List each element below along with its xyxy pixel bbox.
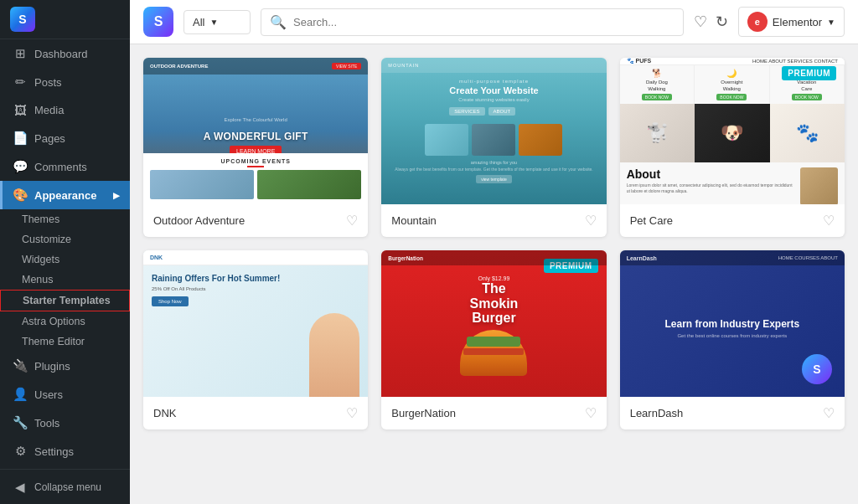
shop-button: Shop Now xyxy=(152,296,189,306)
elementor-icon: e xyxy=(747,12,768,32)
users-icon: 👤 xyxy=(13,387,28,402)
templates-grid: OUTDOOR ADVENTURE VIEW SITE Explore The … xyxy=(143,58,845,429)
elementor-button[interactable]: e Elementor ▼ xyxy=(738,7,845,37)
filter-dropdown[interactable]: All ▼ xyxy=(183,10,251,34)
favorite-button[interactable]: ♡ xyxy=(585,405,597,421)
starter-templates-logo: S xyxy=(143,7,173,37)
dnk-person-image xyxy=(309,313,359,397)
main-content: S All ▼ 🔍 ♡ ↻ e Elementor ▼ OU xyxy=(130,0,858,504)
template-thumbnail: OUTDOOR ADVENTURE VIEW SITE Explore The … xyxy=(143,58,368,204)
sidebar-item-media[interactable]: 🖼 Media xyxy=(0,96,130,124)
topbar: S All ▼ 🔍 ♡ ↻ e Elementor ▼ xyxy=(130,0,858,44)
sidebar-item-pages[interactable]: 📄 Pages xyxy=(0,124,130,152)
event-img-1 xyxy=(150,170,254,199)
dog-image-3: 🐾 xyxy=(770,104,845,162)
sidebar-item-theme-editor[interactable]: Theme Editor xyxy=(0,332,130,352)
template-card-pet-care[interactable]: PREMIUM 🐾 PUFS HOME ABOUT SERVICES CONTA… xyxy=(620,58,845,237)
service-card-1 xyxy=(425,124,468,156)
offer-title: Raining Offers For Hot Summer! xyxy=(152,274,359,284)
dog-image-2: 🐶 xyxy=(695,104,769,162)
template-name: Mountain xyxy=(391,214,436,227)
template-thumbnail: DNK Raining Offers For Hot Summer! 25% O… xyxy=(143,250,368,397)
sidebar-item-posts[interactable]: ✏ Posts xyxy=(0,68,130,96)
sidebar-logo: S xyxy=(0,0,130,39)
search-icon: 🔍 xyxy=(270,14,287,30)
template-footer: DNK ♡ xyxy=(143,397,368,429)
sidebar-item-collapse[interactable]: ◀ Collapse menu xyxy=(0,473,130,501)
plugins-icon: 🔌 xyxy=(13,358,28,373)
sidebar: S ⊞ Dashboard ✏ Posts 🖼 Media 📄 Pages 💬 … xyxy=(0,0,130,504)
collapse-icon: ◀ xyxy=(13,480,28,495)
content-area: OUTDOOR ADVENTURE VIEW SITE Explore The … xyxy=(130,44,858,504)
sidebar-item-comments[interactable]: 💬 Comments xyxy=(0,152,130,181)
search-bar: 🔍 xyxy=(261,8,684,36)
appearance-arrow: ▶ xyxy=(113,191,120,200)
search-input[interactable] xyxy=(293,16,675,28)
favorite-button[interactable]: ♡ xyxy=(585,213,597,229)
sidebar-item-settings[interactable]: ⚙ Settings xyxy=(0,437,130,465)
template-thumbnail: LearnDash HOME COURSES ABOUT Learn from … xyxy=(620,250,845,397)
burger-image xyxy=(460,330,527,376)
template-footer: Pet Care ♡ xyxy=(620,204,845,237)
template-thumbnail: MOUNTAIN multi-purpose template Create Y… xyxy=(381,58,606,204)
template-name: DNK xyxy=(153,407,176,419)
sidebar-item-dashboard[interactable]: ⊞ Dashboard xyxy=(0,39,130,68)
sidebar-item-customize[interactable]: Customize xyxy=(0,229,130,249)
template-card-learndash[interactable]: LearnDash HOME COURSES ABOUT Learn from … xyxy=(620,250,845,429)
offer-sub: 25% Off On All Products xyxy=(152,286,359,291)
service-card-2 xyxy=(472,124,515,156)
media-icon: 🖼 xyxy=(13,103,28,117)
sidebar-item-users[interactable]: 👤 Users xyxy=(0,380,130,409)
template-card-dnk[interactable]: DNK Raining Offers For Hot Summer! 25% O… xyxy=(143,250,368,429)
template-thumbnail: PREMIUM BurgerNation Only $12.99 TheSmok… xyxy=(381,250,606,397)
sidebar-item-tools[interactable]: 🔧 Tools xyxy=(0,409,130,437)
template-thumbnail: PREMIUM 🐾 PUFS HOME ABOUT SERVICES CONTA… xyxy=(620,58,845,204)
hero-text: A WONDERFUL GIFT xyxy=(204,131,308,142)
settings-icon: ⚙ xyxy=(13,444,28,459)
about-heading: About xyxy=(627,167,795,181)
sidebar-divider xyxy=(0,469,130,470)
favorite-button[interactable]: ♡ xyxy=(823,213,835,229)
sidebar-item-plugins[interactable]: 🔌 Plugins xyxy=(0,352,130,380)
refresh-button[interactable]: ↻ xyxy=(716,13,728,31)
template-name: LearnDash xyxy=(630,407,684,419)
favorite-button[interactable]: ♡ xyxy=(346,213,358,229)
posts-icon: ✏ xyxy=(13,75,28,90)
dog-image-1: 🐩 xyxy=(620,104,695,162)
sidebar-item-appearance[interactable]: 🎨 Appearance ▶ xyxy=(0,181,130,209)
template-card-burgernation[interactable]: PREMIUM BurgerNation Only $12.99 TheSmok… xyxy=(381,250,606,429)
template-name: BurgerNation xyxy=(391,407,456,419)
comments-icon: 💬 xyxy=(13,159,28,174)
service-card-3 xyxy=(519,124,562,156)
dashboard-icon: ⊞ xyxy=(13,46,28,61)
sidebar-item-starter-templates[interactable]: Starter Templates ◀ xyxy=(0,290,130,311)
favorite-button[interactable]: ♡ xyxy=(346,405,358,421)
template-card-outdoor-adventure[interactable]: OUTDOOR ADVENTURE VIEW SITE Explore The … xyxy=(143,58,368,237)
sidebar-logo-icon: S xyxy=(10,7,35,32)
about-image xyxy=(800,167,838,204)
template-name: Pet Care xyxy=(630,214,673,227)
sidebar-item-astra-options[interactable]: Astra Options xyxy=(0,311,130,332)
elementor-chevron-icon: ▼ xyxy=(827,18,835,27)
template-card-mountain[interactable]: MOUNTAIN multi-purpose template Create Y… xyxy=(381,58,606,237)
appearance-icon: 🎨 xyxy=(13,188,28,203)
burger-title: TheSmokinBurger xyxy=(470,281,519,326)
premium-badge: PREMIUM xyxy=(782,66,836,80)
template-footer: Mountain ♡ xyxy=(381,204,606,237)
service-dog-walking: 🐕 Daily Dog Walking BOOK NOW xyxy=(620,65,695,104)
sidebar-item-menus[interactable]: Menus xyxy=(0,270,130,290)
service-overnight: 🌙 Overnight Walking BOOK NOW xyxy=(695,65,769,104)
learndash-logo: S xyxy=(802,354,832,384)
topbar-icons: ♡ ↻ xyxy=(694,13,728,31)
price-tag: Only $12.99 xyxy=(478,275,510,281)
pages-icon: 📄 xyxy=(13,131,28,146)
template-name: Outdoor Adventure xyxy=(153,214,245,227)
learndash-title: Learn from Industry Experts xyxy=(656,318,808,330)
sidebar-item-themes[interactable]: Themes xyxy=(0,209,130,229)
template-footer: BurgerNation ♡ xyxy=(381,397,606,429)
tools-icon: 🔧 xyxy=(13,415,28,430)
sidebar-item-widgets[interactable]: Widgets xyxy=(0,249,130,270)
wishlist-button[interactable]: ♡ xyxy=(694,13,707,31)
chevron-down-icon: ▼ xyxy=(209,18,218,27)
favorite-button[interactable]: ♡ xyxy=(823,405,835,421)
